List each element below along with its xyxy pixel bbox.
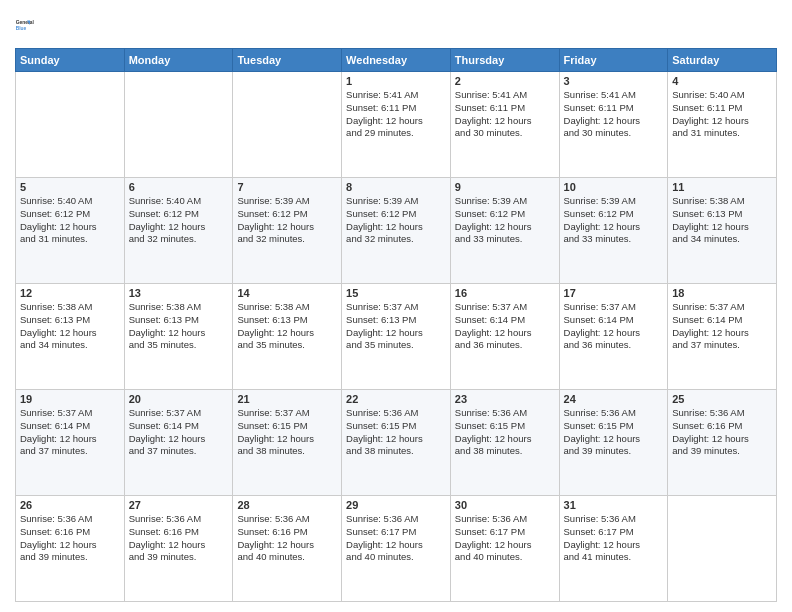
calendar-cell: 15Sunrise: 5:37 AM Sunset: 6:13 PM Dayli…	[342, 284, 451, 390]
calendar-cell	[668, 496, 777, 602]
day-info: Sunrise: 5:39 AM Sunset: 6:12 PM Dayligh…	[564, 195, 664, 246]
calendar-cell: 7Sunrise: 5:39 AM Sunset: 6:12 PM Daylig…	[233, 178, 342, 284]
day-info: Sunrise: 5:39 AM Sunset: 6:12 PM Dayligh…	[237, 195, 337, 246]
header-sunday: Sunday	[16, 49, 125, 72]
week-row-3: 12Sunrise: 5:38 AM Sunset: 6:13 PM Dayli…	[16, 284, 777, 390]
day-number: 26	[20, 499, 120, 511]
calendar-cell: 2Sunrise: 5:41 AM Sunset: 6:11 PM Daylig…	[450, 72, 559, 178]
calendar-cell	[16, 72, 125, 178]
day-number: 3	[564, 75, 664, 87]
calendar-cell	[124, 72, 233, 178]
calendar-cell: 16Sunrise: 5:37 AM Sunset: 6:14 PM Dayli…	[450, 284, 559, 390]
day-info: Sunrise: 5:38 AM Sunset: 6:13 PM Dayligh…	[237, 301, 337, 352]
calendar-cell: 21Sunrise: 5:37 AM Sunset: 6:15 PM Dayli…	[233, 390, 342, 496]
calendar-cell: 19Sunrise: 5:37 AM Sunset: 6:14 PM Dayli…	[16, 390, 125, 496]
day-info: Sunrise: 5:37 AM Sunset: 6:14 PM Dayligh…	[564, 301, 664, 352]
calendar-cell: 8Sunrise: 5:39 AM Sunset: 6:12 PM Daylig…	[342, 178, 451, 284]
day-info: Sunrise: 5:37 AM Sunset: 6:14 PM Dayligh…	[20, 407, 120, 458]
day-number: 29	[346, 499, 446, 511]
calendar-cell: 3Sunrise: 5:41 AM Sunset: 6:11 PM Daylig…	[559, 72, 668, 178]
week-row-2: 5Sunrise: 5:40 AM Sunset: 6:12 PM Daylig…	[16, 178, 777, 284]
day-number: 20	[129, 393, 229, 405]
day-info: Sunrise: 5:40 AM Sunset: 6:12 PM Dayligh…	[129, 195, 229, 246]
day-info: Sunrise: 5:37 AM Sunset: 6:14 PM Dayligh…	[672, 301, 772, 352]
day-number: 17	[564, 287, 664, 299]
day-info: Sunrise: 5:36 AM Sunset: 6:15 PM Dayligh…	[564, 407, 664, 458]
svg-text:Blue: Blue	[16, 26, 27, 31]
day-info: Sunrise: 5:37 AM Sunset: 6:13 PM Dayligh…	[346, 301, 446, 352]
header-friday: Friday	[559, 49, 668, 72]
calendar-cell: 29Sunrise: 5:36 AM Sunset: 6:17 PM Dayli…	[342, 496, 451, 602]
calendar-cell: 11Sunrise: 5:38 AM Sunset: 6:13 PM Dayli…	[668, 178, 777, 284]
calendar-cell: 4Sunrise: 5:40 AM Sunset: 6:11 PM Daylig…	[668, 72, 777, 178]
svg-text:General: General	[16, 20, 34, 25]
day-number: 28	[237, 499, 337, 511]
day-info: Sunrise: 5:38 AM Sunset: 6:13 PM Dayligh…	[20, 301, 120, 352]
day-info: Sunrise: 5:41 AM Sunset: 6:11 PM Dayligh…	[346, 89, 446, 140]
calendar-cell: 31Sunrise: 5:36 AM Sunset: 6:17 PM Dayli…	[559, 496, 668, 602]
day-info: Sunrise: 5:36 AM Sunset: 6:16 PM Dayligh…	[20, 513, 120, 564]
day-number: 10	[564, 181, 664, 193]
day-info: Sunrise: 5:36 AM Sunset: 6:17 PM Dayligh…	[455, 513, 555, 564]
calendar-cell: 20Sunrise: 5:37 AM Sunset: 6:14 PM Dayli…	[124, 390, 233, 496]
day-number: 25	[672, 393, 772, 405]
day-number: 30	[455, 499, 555, 511]
day-info: Sunrise: 5:41 AM Sunset: 6:11 PM Dayligh…	[455, 89, 555, 140]
calendar-cell: 24Sunrise: 5:36 AM Sunset: 6:15 PM Dayli…	[559, 390, 668, 496]
day-number: 12	[20, 287, 120, 299]
day-info: Sunrise: 5:40 AM Sunset: 6:11 PM Dayligh…	[672, 89, 772, 140]
calendar-cell: 12Sunrise: 5:38 AM Sunset: 6:13 PM Dayli…	[16, 284, 125, 390]
calendar-cell: 22Sunrise: 5:36 AM Sunset: 6:15 PM Dayli…	[342, 390, 451, 496]
day-number: 27	[129, 499, 229, 511]
calendar-cell: 26Sunrise: 5:36 AM Sunset: 6:16 PM Dayli…	[16, 496, 125, 602]
calendar-cell: 6Sunrise: 5:40 AM Sunset: 6:12 PM Daylig…	[124, 178, 233, 284]
day-info: Sunrise: 5:36 AM Sunset: 6:16 PM Dayligh…	[129, 513, 229, 564]
calendar-cell: 1Sunrise: 5:41 AM Sunset: 6:11 PM Daylig…	[342, 72, 451, 178]
day-number: 16	[455, 287, 555, 299]
header-wednesday: Wednesday	[342, 49, 451, 72]
calendar-cell: 28Sunrise: 5:36 AM Sunset: 6:16 PM Dayli…	[233, 496, 342, 602]
header: General Blue	[15, 10, 777, 40]
page: General Blue SundayMondayTuesdayWednesda…	[0, 0, 792, 612]
day-info: Sunrise: 5:37 AM Sunset: 6:14 PM Dayligh…	[129, 407, 229, 458]
calendar-cell	[233, 72, 342, 178]
header-thursday: Thursday	[450, 49, 559, 72]
header-tuesday: Tuesday	[233, 49, 342, 72]
day-info: Sunrise: 5:36 AM Sunset: 6:15 PM Dayligh…	[346, 407, 446, 458]
day-number: 9	[455, 181, 555, 193]
day-info: Sunrise: 5:39 AM Sunset: 6:12 PM Dayligh…	[346, 195, 446, 246]
day-info: Sunrise: 5:40 AM Sunset: 6:12 PM Dayligh…	[20, 195, 120, 246]
day-number: 19	[20, 393, 120, 405]
day-info: Sunrise: 5:37 AM Sunset: 6:14 PM Dayligh…	[455, 301, 555, 352]
day-number: 15	[346, 287, 446, 299]
day-number: 14	[237, 287, 337, 299]
day-number: 11	[672, 181, 772, 193]
day-number: 31	[564, 499, 664, 511]
day-number: 23	[455, 393, 555, 405]
day-number: 2	[455, 75, 555, 87]
calendar-cell: 5Sunrise: 5:40 AM Sunset: 6:12 PM Daylig…	[16, 178, 125, 284]
day-info: Sunrise: 5:38 AM Sunset: 6:13 PM Dayligh…	[672, 195, 772, 246]
calendar-cell: 23Sunrise: 5:36 AM Sunset: 6:15 PM Dayli…	[450, 390, 559, 496]
calendar-table: SundayMondayTuesdayWednesdayThursdayFrid…	[15, 48, 777, 602]
calendar-cell: 30Sunrise: 5:36 AM Sunset: 6:17 PM Dayli…	[450, 496, 559, 602]
calendar-cell: 18Sunrise: 5:37 AM Sunset: 6:14 PM Dayli…	[668, 284, 777, 390]
calendar-cell: 14Sunrise: 5:38 AM Sunset: 6:13 PM Dayli…	[233, 284, 342, 390]
day-info: Sunrise: 5:36 AM Sunset: 6:16 PM Dayligh…	[672, 407, 772, 458]
day-number: 4	[672, 75, 772, 87]
day-info: Sunrise: 5:36 AM Sunset: 6:17 PM Dayligh…	[346, 513, 446, 564]
day-info: Sunrise: 5:39 AM Sunset: 6:12 PM Dayligh…	[455, 195, 555, 246]
calendar-header-row: SundayMondayTuesdayWednesdayThursdayFrid…	[16, 49, 777, 72]
day-number: 1	[346, 75, 446, 87]
day-number: 18	[672, 287, 772, 299]
day-number: 22	[346, 393, 446, 405]
day-number: 21	[237, 393, 337, 405]
day-number: 7	[237, 181, 337, 193]
day-info: Sunrise: 5:36 AM Sunset: 6:17 PM Dayligh…	[564, 513, 664, 564]
calendar-cell: 25Sunrise: 5:36 AM Sunset: 6:16 PM Dayli…	[668, 390, 777, 496]
day-info: Sunrise: 5:38 AM Sunset: 6:13 PM Dayligh…	[129, 301, 229, 352]
day-number: 8	[346, 181, 446, 193]
header-monday: Monday	[124, 49, 233, 72]
day-info: Sunrise: 5:41 AM Sunset: 6:11 PM Dayligh…	[564, 89, 664, 140]
logo: General Blue	[15, 10, 45, 40]
